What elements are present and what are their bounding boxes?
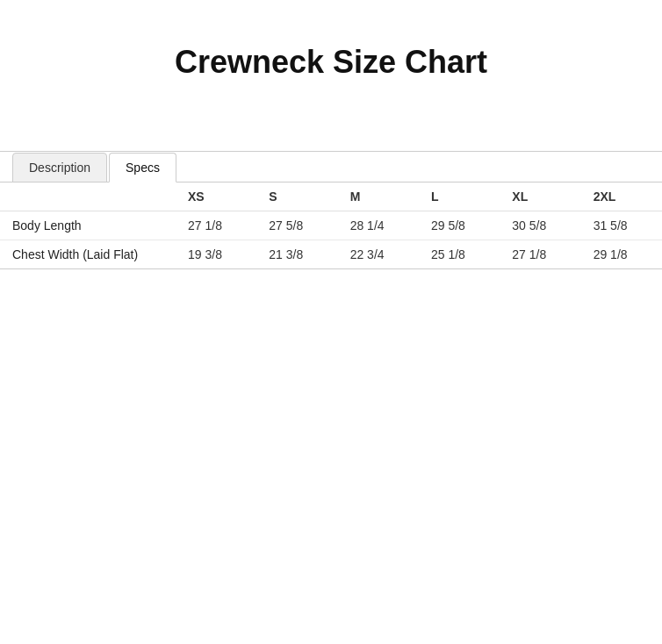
tabs-bar: Description Specs	[0, 152, 662, 182]
tab-description[interactable]: Description	[12, 153, 107, 182]
col-header-label	[0, 182, 176, 211]
page-container: Crewneck Size Chart Description Specs XS…	[0, 0, 662, 644]
col-header-2xl: 2XL	[581, 182, 662, 211]
col-header-xl: XL	[500, 182, 580, 211]
col-header-s: S	[256, 182, 337, 211]
row-body-length-m: 28 1/4	[338, 211, 419, 240]
row-body-length-xs: 27 1/8	[176, 211, 256, 240]
row-label-chest-width: Chest Width (Laid Flat)	[0, 240, 176, 269]
table-row: Chest Width (Laid Flat) 19 3/8 21 3/8 22…	[0, 240, 662, 269]
row-label-body-length: Body Length	[0, 211, 176, 240]
row-chest-width-m: 22 3/4	[338, 240, 419, 269]
row-body-length-2xl: 31 5/8	[581, 211, 662, 240]
col-header-l: L	[419, 182, 500, 211]
row-chest-width-2xl: 29 1/8	[581, 240, 662, 269]
row-body-length-l: 29 5/8	[419, 211, 500, 240]
size-chart-table: XS S M L XL 2XL Body Length 27 1/8 27 5/…	[0, 182, 662, 269]
table-row: Body Length 27 1/8 27 5/8 28 1/4 29 5/8 …	[0, 211, 662, 240]
row-chest-width-xs: 19 3/8	[176, 240, 256, 269]
col-header-xs: XS	[176, 182, 256, 211]
row-body-length-xl: 30 5/8	[500, 211, 580, 240]
row-chest-width-xl: 27 1/8	[500, 240, 580, 269]
row-body-length-s: 27 5/8	[256, 211, 337, 240]
page-title: Crewneck Size Chart	[18, 44, 644, 81]
col-header-m: M	[338, 182, 419, 211]
row-chest-width-s: 21 3/8	[256, 240, 337, 269]
tab-specs[interactable]: Specs	[109, 153, 176, 182]
tabs-and-table: Description Specs XS S M L XL 2XL	[0, 151, 662, 269]
row-chest-width-l: 25 1/8	[419, 240, 500, 269]
table-section: XS S M L XL 2XL Body Length 27 1/8 27 5/…	[0, 182, 662, 269]
title-section: Crewneck Size Chart	[0, 0, 662, 151]
